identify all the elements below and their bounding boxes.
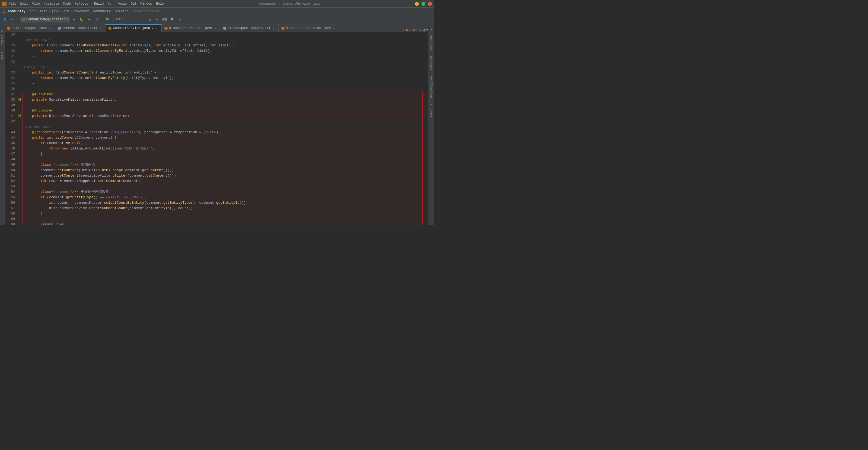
menu-git[interactable]: Git (131, 2, 137, 6)
tab-discusspostmapper-java[interactable]: DiscussPostMapper.java ✕ (162, 24, 220, 32)
database-tab[interactable]: Database (429, 54, 433, 73)
line-gutter (17, 200, 23, 206)
git-checkmark-2[interactable]: ✓ (131, 16, 138, 23)
line-number: 51 (5, 173, 17, 178)
tab-discusspost-mapper-xml[interactable]: discusspost-mapper.xml ✕ (220, 24, 279, 32)
tab-commentservice-java[interactable]: CommentService.java ● ✕ (105, 24, 162, 32)
left-panel-icon[interactable]: P (0, 30, 4, 32)
line-gutter (17, 48, 23, 54)
commit-panel-tab[interactable]: Commit (1, 52, 4, 61)
navigate-back-button[interactable]: ← (9, 16, 16, 23)
breadcrumb-project[interactable]: community (8, 9, 26, 13)
git-checkmark-1[interactable]: ✓ (124, 16, 130, 23)
line-number: 45 (5, 141, 17, 146)
menu-edit[interactable]: Edit (20, 2, 28, 6)
menu-window[interactable]: Window (141, 2, 152, 6)
line-gutter (17, 151, 23, 157)
menu-file[interactable]: File (9, 2, 17, 6)
table-row: 28 (5, 32, 428, 37)
sidebar-toggle-icon[interactable]: ☰ (2, 9, 6, 13)
debug-button[interactable]: 🐛 (79, 16, 85, 23)
maven-tab[interactable]: Maven (429, 108, 433, 122)
code-scroll[interactable]: 282 usages new *29 public List<Comment> … (5, 32, 428, 225)
coverage-button[interactable]: ☂ (86, 16, 93, 23)
line-gutter (17, 76, 23, 81)
table-row: 60 return rows; (5, 222, 428, 225)
tab-close-4[interactable]: ✕ (272, 26, 276, 30)
search-everywhere-button[interactable]: 🔍 (169, 16, 176, 23)
close-button[interactable]: ✕ (428, 2, 432, 6)
code-line: if (comment.getEntityType() == ENTITY_TY… (23, 195, 428, 200)
tab-commentmapper-java[interactable]: CommentMapper.java ✕ (4, 24, 55, 32)
code-editor[interactable]: 282 usages new *29 public List<Comment> … (5, 32, 428, 225)
main-area: Project Commit 282 usages new *29 public… (0, 32, 434, 225)
breadcrumb-java[interactable]: java (52, 9, 59, 13)
code-line (23, 102, 428, 108)
breadcrumb-nowcoder[interactable]: nowcoder (73, 9, 89, 13)
tab-modified-2: ● (152, 27, 154, 30)
tab-close-1[interactable]: ✕ (99, 26, 102, 30)
line-number: 40 (5, 108, 17, 113)
notifications-tab[interactable]: Notifications (429, 73, 433, 101)
menu-build[interactable]: Build (94, 2, 104, 6)
tab-label-3: DiscussPostMapper.java (169, 26, 212, 30)
code-line: comment.setContent(HtmlUtils.htmlEscape(… (23, 168, 428, 173)
tab-close-2[interactable]: ✕ (155, 26, 159, 30)
code-line (23, 59, 428, 65)
menu-refactor[interactable]: Refactor (74, 2, 90, 6)
line-number: 38 (5, 97, 17, 102)
breadcrumb-community[interactable]: community (93, 9, 111, 13)
breadcrumb-sep-1: › (37, 9, 38, 13)
table-row: 32 (5, 59, 428, 65)
stop-button[interactable]: ⏹ (104, 16, 111, 23)
tab-close-0[interactable]: ✕ (48, 26, 52, 30)
minimize-button[interactable]: ─ (415, 2, 419, 6)
git-refresh-button[interactable]: ↺ (147, 16, 153, 23)
tab-comment-mapper-xml[interactable]: comment-mapper.xml ✕ (55, 24, 106, 32)
menu-help[interactable]: Help (156, 2, 164, 6)
table-row: 37 @Autowired (5, 92, 428, 97)
tab-discusspostservice-java[interactable]: DiscussPostService.java ✕ (279, 24, 339, 32)
endpoints-tab[interactable]: Endpoints (429, 33, 433, 54)
tabs-more-button[interactable]: ⋮ (429, 27, 434, 32)
scroll-tab-down[interactable]: ▼ (426, 28, 428, 32)
settings-button[interactable]: ⚙ (177, 16, 183, 23)
code-line: discussPostService.updateCommentCount(co… (23, 206, 428, 211)
breadcrumb-src[interactable]: src (30, 9, 35, 13)
tab-close-5[interactable]: ✕ (332, 26, 336, 30)
menu-view[interactable]: View (32, 2, 40, 6)
breadcrumb-file[interactable]: CommentService (133, 9, 160, 13)
menu-navigate[interactable]: Navigate (43, 2, 59, 6)
breadcrumb-service[interactable]: service (115, 9, 129, 13)
toolbar-sep-1 (18, 17, 18, 22)
error-count: ✕ 3 (410, 28, 415, 32)
code-line: class="comment">// 添加评论 (23, 162, 428, 168)
breadcrumb-com[interactable]: com (63, 9, 69, 13)
window-controls[interactable]: ─ □ ✕ (415, 2, 432, 6)
code-line (23, 32, 428, 37)
run-button[interactable]: ▶ (71, 16, 77, 23)
breadcrumb-main[interactable]: main (40, 9, 48, 13)
menu-tools[interactable]: Tools (117, 2, 127, 6)
maximize-button[interactable]: □ (422, 2, 425, 6)
line-gutter (17, 32, 23, 37)
scroll-tab-up[interactable]: ▲ (424, 28, 425, 32)
table-row: 33 public int findCommentCount(int entit… (5, 70, 428, 76)
translate-button[interactable]: A文 (162, 16, 168, 23)
run-config-selector[interactable]: 🌿 CommunityApplication ▼ (20, 17, 70, 23)
bean-icon: 🌿 (18, 115, 22, 118)
menu-code[interactable]: Code (63, 2, 71, 6)
git-x-button[interactable]: ✕ (139, 16, 145, 23)
git-undo-button[interactable]: ↩ (154, 16, 161, 23)
line-number: 28 (5, 32, 17, 37)
tab-close-3[interactable]: ✕ (214, 26, 217, 30)
maven-tab-m[interactable]: m (429, 101, 433, 108)
menu-run[interactable]: Run (107, 2, 113, 6)
profile-button[interactable]: 👤 (2, 16, 8, 23)
tab-navigation[interactable]: ▲ ▼ (424, 28, 429, 32)
profile-run-button[interactable]: ⚡ (94, 16, 100, 23)
menu-bar[interactable]: File Edit View Navigate Code Refactor Bu… (9, 2, 164, 6)
table-row: 34 return commentMapper.selectCountByEnt… (5, 76, 428, 81)
line-number: 48 (5, 157, 17, 162)
project-panel-tab[interactable]: Project (1, 35, 4, 46)
